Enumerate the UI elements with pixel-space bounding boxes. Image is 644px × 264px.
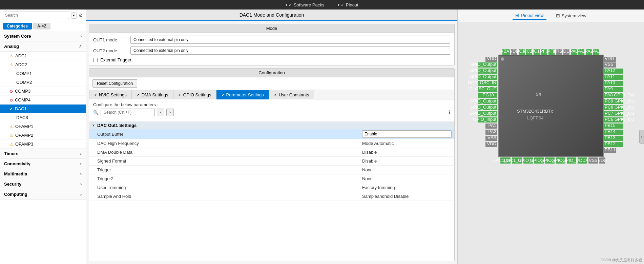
sidebar-item-opamp3[interactable]: ⚠ OPAMP3: [0, 140, 86, 149]
main-content: ▾ ⚙ Categories A->Z System Core › Analog…: [0, 10, 644, 264]
tab-parameter[interactable]: ✔ Parameter Settings: [216, 90, 269, 99]
sidebar-item-timers[interactable]: Timers ›: [0, 149, 86, 159]
multimedia-arrow: ›: [80, 171, 82, 176]
svg-text:GPIO_Output: GPIO_Output: [470, 74, 496, 79]
svg-text:RCC_OSC_IN: RCC_OSC_IN: [468, 80, 496, 85]
param-name-sample-hold: Sample And Hold: [89, 192, 359, 201]
reset-config-button[interactable]: Reset Configuration: [92, 79, 137, 88]
pinout-view-label: Pinout view: [521, 13, 543, 18]
center-inner: Mode OUT1 mode Connected to external pin…: [86, 21, 457, 264]
dac1-label: DAC1: [15, 106, 27, 111]
security-label: Security: [4, 182, 21, 187]
tab-nvic[interactable]: ✔ NVIC Settings: [89, 90, 132, 99]
sidebar-item-analog[interactable]: Analog ∧: [0, 41, 86, 52]
param-row-dma-double[interactable]: DMA Double Data Disable: [89, 148, 454, 157]
svg-text:VDD: VDD: [605, 56, 614, 61]
tab-az[interactable]: A->Z: [33, 23, 50, 30]
param-row-trigger[interactable]: Trigger None: [89, 166, 454, 174]
top-bar: ▾ ✓ Software Packs ▾ ✓ Pinout: [0, 0, 644, 10]
sidebar-tabs: Categories A->Z: [0, 21, 86, 31]
svg-point-113: [501, 57, 504, 61]
svg-text:PA1: PA1: [488, 123, 496, 128]
adc2-label: ADC2: [15, 62, 27, 67]
warning-icon-opamp3: ⚠: [9, 142, 13, 147]
svg-text:PA12: PA12: [605, 68, 615, 73]
tab-user-constants[interactable]: ✔ User Constants: [269, 90, 314, 99]
gear-icon[interactable]: ⚙: [79, 13, 83, 18]
param-group-header[interactable]: ▼ DAC Out1 Settings: [89, 121, 454, 129]
connectivity-label: Connectivity: [4, 161, 30, 166]
param-nav-prev[interactable]: ‹: [157, 109, 164, 116]
top-pins: VBAT VDD PC13 PC14 PC15 PF0 PF1 NRST: [501, 49, 600, 55]
sidebar-item-opamp2[interactable]: ⚠ OPAMP2: [0, 131, 86, 140]
param-group-label: DAC Out1 Settings: [97, 123, 137, 128]
sidebar-item-computing[interactable]: Computing ›: [0, 189, 86, 200]
sidebar-search-dropdown[interactable]: ▾: [71, 12, 77, 19]
sidebar-item-adc1[interactable]: ⚠ ADC1: [0, 52, 86, 60]
sidebar-item-multimedia[interactable]: Multimedia ›: [0, 169, 86, 179]
external-trigger-checkbox[interactable]: [93, 58, 98, 62]
sidebar-item-comp3[interactable]: ⊘ COMP3: [0, 87, 86, 96]
sidebar-item-comp4[interactable]: ⊘ COMP4: [0, 96, 86, 105]
svg-text:PC6 GPIO_Output: PC6 GPIO_Output: [605, 117, 634, 122]
tab-pinout-view[interactable]: ⊞ Pinout view: [513, 12, 546, 20]
left-pins: VDD GPIO_Output GPIO_Output GPIO_Output …: [468, 56, 497, 147]
param-value-signed-format: Disable: [359, 157, 454, 165]
chip-svg: STI STM32G431RBTx LQFP64 VBAT VDD PC13 P…: [468, 31, 634, 255]
svg-text:PA2: PA2: [488, 129, 496, 134]
config-params-header: Configure the below parameters :: [89, 99, 454, 109]
param-row-sample-hold[interactable]: Sample And Hold Sampleandhold Disable: [89, 192, 454, 201]
analog-label: Analog: [4, 44, 19, 49]
warning-icon-opamp1: ⚠: [9, 124, 13, 129]
comp1-label: COMP1: [16, 71, 32, 76]
svg-text:PA3: PA3: [592, 49, 600, 54]
parameter-tab-label: Parameter Settings: [226, 92, 264, 97]
svg-text:VDD: VDD: [487, 141, 496, 146]
param-search-input[interactable]: [101, 109, 155, 116]
param-nav-next[interactable]: ›: [166, 109, 174, 116]
sidebar-item-opamp1[interactable]: ⚠ OPAMP1: [0, 122, 86, 131]
nvic-tab-label: NVIC Settings: [99, 92, 127, 97]
out2-mode-select-wrapper: Connected to external pin only: [130, 46, 450, 55]
param-row-trigger2[interactable]: Trigger2 None: [89, 174, 454, 183]
out1-mode-select[interactable]: Connected to external pin only: [130, 36, 450, 44]
svg-text:GPIO_Output: GPIO_Output: [470, 68, 496, 73]
svg-text:PB11: PB11: [605, 147, 616, 152]
param-value-output-buffer-select[interactable]: Enable: [362, 130, 452, 138]
param-row-output-buffer[interactable]: Output Buffer Enable: [89, 129, 454, 139]
config-section-title: Configuration: [89, 69, 454, 77]
tab-categories[interactable]: Categories: [3, 23, 32, 30]
sidebar-item-connectivity[interactable]: Connectivity ›: [0, 159, 86, 169]
software-packs-label: ✓ Software Packs: [289, 2, 324, 7]
sidebar-search-input[interactable]: [3, 12, 69, 19]
computing-arrow: ›: [80, 192, 82, 197]
param-row-dac-high-freq[interactable]: DAC High Frequency Mode Automatic: [89, 139, 454, 148]
sidebar-item-system-core[interactable]: System Core ›: [0, 31, 86, 41]
pinout-menu[interactable]: ▾ ✓ Pinout: [338, 2, 358, 7]
tab-system-view[interactable]: ⊟ System view: [553, 12, 589, 19]
info-icon[interactable]: ℹ: [449, 110, 450, 115]
analog-arrow: ∧: [79, 44, 82, 49]
pinout-view-icon: ⊞: [515, 13, 519, 18]
svg-text:PB15: PB15: [605, 123, 616, 128]
out2-mode-select[interactable]: Connected to external pin only: [130, 46, 450, 55]
sidebar-item-security[interactable]: Security ›: [0, 179, 86, 189]
param-row-signed-format[interactable]: Signed Format Disable: [89, 157, 454, 166]
param-name-user-trimming: User Trimming: [89, 183, 359, 192]
mode-section-content: OUT1 mode Connected to external pin only…: [89, 33, 454, 65]
sidebar-item-comp1[interactable]: COMP1: [0, 69, 86, 78]
param-row-user-trimming[interactable]: User Trimming Factory trimming: [89, 183, 454, 192]
system-view-icon: ⊟: [556, 13, 560, 18]
tab-dma[interactable]: ✔ DMA Settings: [132, 90, 173, 99]
svg-text:VDDA: VDDA: [576, 158, 588, 163]
sidebar-item-dac1[interactable]: ✔ DAC1: [0, 105, 86, 113]
sidebar-item-dac3[interactable]: DAC3: [0, 113, 86, 122]
sidebar-item-adc2[interactable]: ⚠ ADC2: [0, 60, 86, 69]
sidebar-item-comp2[interactable]: COMP2: [0, 78, 86, 87]
collapse-handle[interactable]: ›: [639, 130, 644, 144]
svg-text:PA8 GPIO_Output: PA8 GPIO_Output: [605, 92, 634, 97]
search-icon: 🔍: [93, 110, 99, 115]
software-packs-menu[interactable]: ▾ ✓ Software Packs: [286, 2, 324, 7]
tab-gpio[interactable]: ✔ GPIO Settings: [173, 90, 216, 99]
system-view-label: System view: [562, 13, 586, 18]
